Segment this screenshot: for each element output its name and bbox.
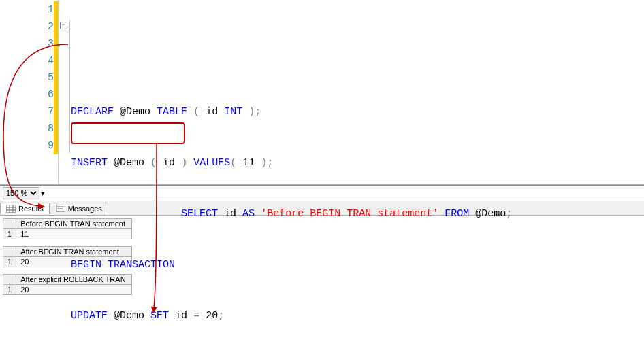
messages-icon [56, 205, 65, 213]
line-number-gutter: 1 2 3 4 5 6 7 8 9 [0, 0, 59, 184]
grid-corner [3, 219, 16, 229]
line-number: 8 [0, 120, 54, 137]
line-number: 6 [0, 86, 54, 103]
code-line: UPDATE @Demo SET id = 20; [71, 307, 644, 324]
row-number[interactable]: 1 [3, 285, 16, 295]
code-area[interactable]: DECLARE @Demo TABLE ( id INT ); INSERT @… [68, 0, 644, 184]
grid-icon [6, 205, 16, 213]
svg-rect-5 [56, 205, 65, 211]
zoom-dropdown-icon: ▾ [41, 189, 45, 198]
grid-corner [3, 275, 16, 285]
line-number: 2 [0, 18, 54, 35]
row-number[interactable]: 1 [3, 229, 16, 239]
line-number: 3 [0, 35, 54, 52]
line-number: 5 [0, 69, 54, 86]
grid-corner [3, 247, 16, 257]
fold-toggle[interactable]: − [60, 22, 67, 29]
zoom-select[interactable]: 150 % [3, 187, 39, 199]
code-line: BEGIN TRANSACTION [71, 256, 644, 273]
line-number: 7 [0, 103, 54, 120]
row-number[interactable]: 1 [3, 257, 16, 267]
fold-line [69, 20, 70, 153]
line-number: 9 [0, 137, 54, 154]
line-number: 4 [0, 52, 54, 69]
line-number: 1 [0, 1, 54, 18]
code-line [71, 52, 644, 69]
tab-label: Results [18, 205, 44, 213]
svg-rect-0 [6, 205, 16, 213]
fold-margin: − [59, 0, 68, 184]
code-line: INSERT @Demo ( id ) VALUES( 11 ); [71, 154, 644, 171]
code-editor[interactable]: 1 2 3 4 5 6 7 8 9 − DECLARE @Demo TABLE … [0, 0, 644, 184]
tab-results[interactable]: Results [0, 203, 50, 214]
code-line: DECLARE @Demo TABLE ( id INT ); [71, 103, 644, 120]
code-line: SELECT id AS 'Before BEGIN TRAN statemen… [71, 205, 644, 222]
change-marker [54, 1, 58, 154]
